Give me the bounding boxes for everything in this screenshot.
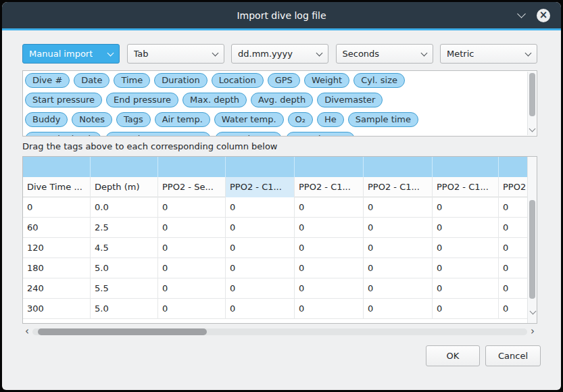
screen: Import dive log file × Manual importTabd… <box>0 0 563 392</box>
table-cell: 4.5 <box>91 238 158 258</box>
table-cell: 0 <box>226 218 295 238</box>
combo-manual-import[interactable]: Manual import <box>22 44 120 64</box>
tag-o[interactable]: O₂ <box>288 112 313 127</box>
table-scrollbar[interactable] <box>527 157 537 323</box>
table-row[interactable]: 1204.5000000 <box>23 238 528 258</box>
tag-weight[interactable]: Weight <box>304 73 349 88</box>
ok-button[interactable]: OK <box>426 345 480 366</box>
column-header[interactable]: PPO2 - C1... <box>295 177 364 197</box>
drop-target-cell[interactable] <box>295 157 364 177</box>
drop-target-cell[interactable] <box>23 157 91 177</box>
table-cell: 0 <box>295 299 364 319</box>
combo-value: Tab <box>134 49 149 59</box>
table-cell: 0 <box>499 238 528 258</box>
window-title: Import dive log file <box>237 10 326 21</box>
table-row[interactable]: 2405.5000000 <box>23 278 528 299</box>
drop-target-cell[interactable] <box>158 157 226 177</box>
shade-chevron-icon[interactable] <box>517 9 526 18</box>
scroll-right-arrow[interactable]: › <box>528 326 537 337</box>
combo-metric[interactable]: Metric <box>440 44 537 64</box>
tag-tags[interactable]: Tags <box>116 112 151 127</box>
chevron-down-icon <box>420 49 427 56</box>
tag-row: BuddyNotesTagsAir temp.Water temp.O₂HeSa… <box>25 112 526 132</box>
tag-sample-temperature[interactable]: Sample temperature <box>105 132 212 137</box>
tag-duration[interactable]: Duration <box>154 73 207 88</box>
scroll-down-icon[interactable] <box>529 126 536 132</box>
tag-end-pressure[interactable]: End pressure <box>106 93 178 107</box>
tag-location[interactable]: Location <box>212 73 264 88</box>
tag-cyl-size[interactable]: Cyl. size <box>353 73 405 88</box>
combo-dd-mm-yyyy[interactable]: dd.mm.yyyy <box>231 44 328 64</box>
combo-tab[interactable]: Tab <box>127 44 224 64</box>
table-cell: 5.5 <box>91 278 158 299</box>
tag-he[interactable]: He <box>317 112 344 127</box>
tag-divemaster[interactable]: Divemaster <box>317 93 383 107</box>
tag-row: Dive #DateTimeDurationLocationGPSWeightC… <box>25 73 526 93</box>
tag-sample-time[interactable]: Sample time <box>348 112 418 127</box>
tag-water-temp[interactable]: Water temp. <box>214 112 284 127</box>
table-row[interactable]: 1805.0000000 <box>23 258 528 278</box>
table-grid: Dive Time ...Depth (m)PPO2 - Se...PPO2 -… <box>23 157 528 323</box>
table-cell: 0 <box>364 197 433 218</box>
import-dialog: Import dive log file × Manual importTabd… <box>2 2 561 390</box>
close-button[interactable]: × <box>537 9 550 22</box>
column-header[interactable]: PPO2 <box>499 177 528 197</box>
table-cell: 0 <box>226 299 295 319</box>
tag-sample-po[interactable]: Sample pO₂ <box>215 132 282 137</box>
table-row[interactable]: 00.0000000 <box>23 197 528 218</box>
combo-value: Manual import <box>29 49 93 59</box>
column-header[interactable]: PPO2 - C1... <box>433 177 499 197</box>
tag-row: Sample depthSample temperatureSample pO₂… <box>25 132 526 137</box>
tags-scrollbar-thumb[interactable] <box>529 73 535 116</box>
column-header[interactable]: Depth (m) <box>91 177 158 197</box>
table-cell: 0 <box>158 218 226 238</box>
table-cell: 0 <box>433 278 499 299</box>
combo-seconds[interactable]: Seconds <box>336 44 433 64</box>
tag-dive[interactable]: Dive # <box>25 73 70 88</box>
column-header[interactable]: Dive Time ... <box>23 177 91 197</box>
cancel-button[interactable]: Cancel <box>485 345 541 366</box>
drop-target-cell[interactable] <box>91 157 158 177</box>
table-row[interactable]: 3005.0000000 <box>23 299 528 319</box>
titlebar[interactable]: Import dive log file × <box>2 2 561 28</box>
tag-sample-depth[interactable]: Sample depth <box>25 132 101 137</box>
tag-avg-depth[interactable]: Avg. depth <box>251 93 313 107</box>
drop-target-cell[interactable] <box>433 157 499 177</box>
table-cell: 0 <box>433 299 499 319</box>
chevron-down-icon <box>525 49 532 56</box>
chevron-down-icon <box>212 49 218 56</box>
tag-buddy[interactable]: Buddy <box>25 112 68 127</box>
tags-scrollbar[interactable] <box>527 72 536 135</box>
table-cell: 0 <box>295 258 364 278</box>
tag-sample-cns[interactable]: Sample CNS <box>286 132 355 137</box>
combo-value: Seconds <box>343 49 380 59</box>
drop-target-cell[interactable] <box>499 157 528 177</box>
column-header[interactable]: PPO2 - C1... <box>226 177 295 197</box>
tag-air-temp[interactable]: Air temp. <box>155 112 210 127</box>
table-cell: 0 <box>226 258 295 278</box>
tag-gps[interactable]: GPS <box>268 73 300 88</box>
column-header[interactable]: PPO2 - C1... <box>364 177 433 197</box>
header-row: Dive Time ...Depth (m)PPO2 - Se...PPO2 -… <box>23 177 528 197</box>
table-scrollbar-thumb[interactable] <box>529 200 535 299</box>
table-cell: 60 <box>23 218 91 238</box>
drop-target-cell[interactable] <box>364 157 433 177</box>
tag-notes[interactable]: Notes <box>72 112 112 127</box>
tag-max-depth[interactable]: Max. depth <box>182 93 247 107</box>
h-scrollbar-track[interactable] <box>32 328 527 335</box>
tag-date[interactable]: Date <box>74 73 109 88</box>
dialog-buttons: OK Cancel <box>426 345 541 366</box>
tag-time[interactable]: Time <box>114 73 150 88</box>
scroll-left-arrow[interactable]: ‹ <box>22 326 32 337</box>
table-cell: 2.5 <box>91 218 158 238</box>
drop-target-cell[interactable] <box>226 157 295 177</box>
table-cell: 0 <box>226 278 295 299</box>
table-cell: 240 <box>23 278 91 299</box>
column-header[interactable]: PPO2 - Se... <box>158 177 226 197</box>
table-row[interactable]: 602.5000000 <box>23 218 528 238</box>
h-scrollbar-thumb[interactable] <box>38 328 207 335</box>
tag-start-pressure[interactable]: Start pressure <box>25 93 102 107</box>
table-cell: 0 <box>295 197 364 218</box>
table-cell: 0 <box>499 218 528 238</box>
scroll-down-icon[interactable] <box>529 308 536 315</box>
